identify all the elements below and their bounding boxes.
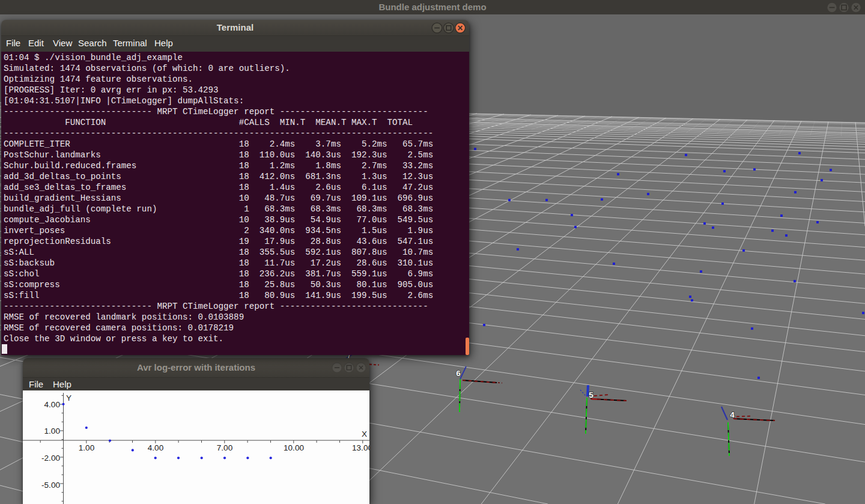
svg-text:-5.00: -5.00 <box>41 481 60 490</box>
svg-text:Y: Y <box>66 393 71 402</box>
svg-text:4: 4 <box>730 410 735 419</box>
svg-text:X: X <box>362 430 367 439</box>
svg-text:1.00: 1.00 <box>79 443 95 452</box>
svg-text:1.00: 1.00 <box>44 427 61 436</box>
svg-text:4.00: 4.00 <box>44 400 61 409</box>
svg-text:-2.00: -2.00 <box>41 454 60 463</box>
svg-text:4.00: 4.00 <box>148 443 164 452</box>
svg-text:7.00: 7.00 <box>217 443 233 452</box>
svg-text:6: 6 <box>456 369 461 378</box>
svg-text:13.00: 13.00 <box>352 443 369 452</box>
svg-text:10.00: 10.00 <box>284 443 304 452</box>
svg-text:5: 5 <box>589 390 593 399</box>
